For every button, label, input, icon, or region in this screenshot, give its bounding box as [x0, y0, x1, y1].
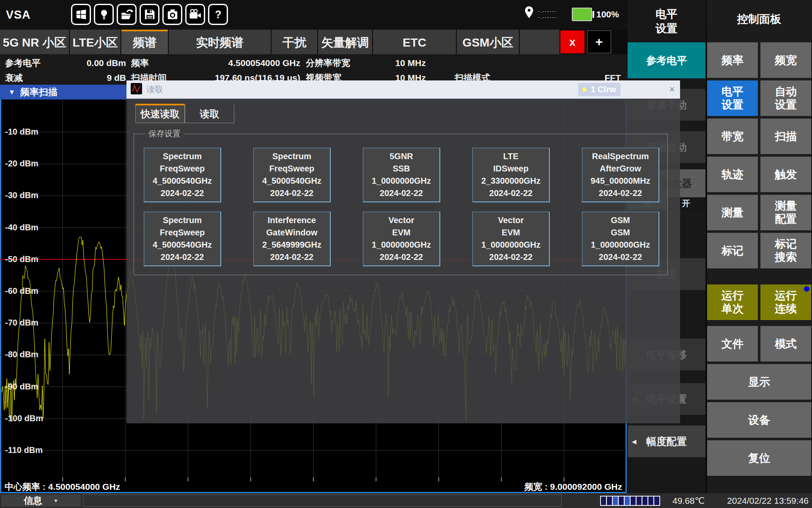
tab-矢量解调[interactable]: 矢量解调 [318, 30, 372, 54]
preset-line: 1_0000000GHz [372, 239, 431, 251]
ctrl-button-触发[interactable]: 触发 [760, 157, 811, 192]
plot-footer: 中心频率 : 4.500054000 GHz 频宽 : 9.000092000 … [1, 481, 625, 492]
preset-line: IDSweep [493, 163, 528, 175]
ctrl-button-测量[interactable]: 测量 [707, 195, 758, 230]
preset-line: 2024-02-22 [380, 187, 423, 199]
preset-button-GSM[interactable]: GSMGSM1_0000000GHz2024-02-22 [582, 212, 659, 266]
preset-button-LTE[interactable]: LTEIDSweep2_3300000GHz2024-02-22 [472, 148, 550, 202]
tab-close-button[interactable]: x [560, 30, 584, 53]
dialog-title: 读取 [146, 84, 163, 95]
ctrl-button-显示[interactable]: 显示 [707, 364, 811, 400]
ctrl-button-测量配置[interactable]: 测量 配置 [760, 195, 811, 230]
progress-segment [654, 497, 659, 505]
camera-button[interactable] [162, 4, 182, 25]
y-axis-label: -10 dBm [5, 127, 38, 137]
vsa-app-window: VSA ? -.------ -.------ 100% 5G NR 小区LTE… [0, 0, 812, 508]
tab-add-button[interactable]: + [587, 30, 611, 53]
center-frequency-readout: 中心频率 : 4.500054000 GHz [5, 481, 120, 493]
video-button[interactable] [185, 4, 205, 25]
tab-LTE小区[interactable]: LTE小区 [70, 30, 121, 54]
saved-settings-label: 保存设置 [145, 128, 184, 139]
video-icon [189, 8, 202, 21]
tab-GSM小区[interactable]: GSM小区 [457, 30, 519, 54]
level-button-幅度配置[interactable]: 幅度配置◀ [628, 425, 705, 457]
preset-button-Interference[interactable]: InterferenceGateWindow2_5649999GHz2024-0… [253, 212, 331, 266]
message-area [83, 494, 562, 507]
ctrl-button-运行单次[interactable]: 运行 单次 [707, 284, 758, 320]
open-icon [121, 8, 133, 21]
preset-line: FreqSweep [160, 163, 205, 175]
open-button[interactable] [117, 4, 137, 25]
dialog-tab-读取[interactable]: 读取 [185, 104, 234, 123]
progress-segment [619, 497, 624, 505]
tab-频谱[interactable]: 频谱 [121, 30, 168, 54]
preset-button-RealSpectrum[interactable]: RealSpectrumAfterGrow945_00000MHz2024-02… [582, 148, 659, 202]
setting-value: 9 dB [107, 73, 126, 83]
read-dialog-titlebar[interactable]: 读取 1 Clrw × [126, 80, 680, 99]
y-axis-label: -50 dBm [5, 254, 38, 264]
preset-line: EVM [392, 226, 410, 239]
setting-label: 频率 [131, 57, 149, 69]
preset-line: 4_5000540GHz [153, 239, 212, 251]
ctrl-button-频宽[interactable]: 频宽 [760, 42, 811, 78]
collapse-arrow-icon: ▼ [8, 88, 15, 96]
ctrl-button-带宽[interactable]: 带宽 [707, 119, 758, 154]
close-icon[interactable]: × [669, 83, 675, 95]
ctrl-button-复位[interactable]: 复位 [707, 440, 811, 476]
level-button-参考电平[interactable]: 参考电平 [628, 42, 705, 78]
setting-label: 分辨率带宽 [306, 57, 350, 69]
setting-value: 0.00 dBm [87, 58, 126, 68]
ctrl-button-轨迹[interactable]: 轨迹 [707, 157, 758, 192]
ctrl-button-设备[interactable]: 设备 [707, 402, 811, 438]
progress-segment [648, 497, 653, 505]
dialog-tab-快速读取[interactable]: 快速读取 [135, 104, 185, 123]
preset-line: 2024-02-22 [161, 187, 204, 199]
ctrl-button-自动设置[interactable]: 自动 设置 [760, 80, 811, 116]
preset-line: EVM [502, 226, 520, 239]
bulb-button[interactable] [94, 4, 114, 25]
preset-line: 2_3300000GHz [481, 175, 540, 187]
tab-filler [520, 30, 560, 54]
preset-button-Vector[interactable]: VectorEVM1_0000000GHz2024-02-22 [472, 212, 550, 266]
y-axis-label: -110 dBm [5, 445, 43, 455]
ctrl-button-文件[interactable]: 文件 [707, 326, 758, 362]
measurement-tab-bar: 5G NR 小区LTE小区频谱实时频谱干扰矢量解调ETCGSM小区x+ [0, 30, 628, 54]
save-button[interactable] [140, 4, 159, 25]
preset-line: FreqSweep [160, 226, 205, 239]
y-axis-label: -90 dBm [5, 382, 38, 392]
info-dropdown[interactable]: 信息 ▼ [1, 494, 81, 507]
preset-line: Spectrum [163, 214, 202, 226]
ctrl-button-频率[interactable]: 频率 [707, 42, 758, 78]
preset-line: 1_0000000GHz [481, 239, 540, 251]
preset-line: 2024-02-22 [599, 187, 642, 199]
preset-button-Spectrum[interactable]: SpectrumFreqSweep4_5000540GHz2024-02-22 [144, 148, 221, 202]
level-panel-title: 电平 设置 [628, 3, 705, 40]
tab-干扰[interactable]: 干扰 [272, 30, 317, 54]
ctrl-button-电平设置[interactable]: 电平 设置 [707, 80, 758, 116]
help-button[interactable]: ? [208, 4, 228, 25]
preset-line: AfterGrow [600, 163, 641, 175]
y-axis-label: -30 dBm [5, 190, 38, 200]
y-axis-label: -100 dBm [5, 414, 43, 423]
preset-button-Spectrum[interactable]: SpectrumFreqSweep4_5000540GHz2024-02-22 [144, 212, 221, 266]
datetime-readout: 2024/02/22 13:59:46 [702, 496, 809, 506]
ctrl-button-标记搜索[interactable]: 标记 搜索 [760, 233, 811, 268]
tab-5G NR 小区[interactable]: 5G NR 小区 [0, 30, 69, 54]
battery-nub [593, 11, 594, 18]
tab-ETC[interactable]: ETC [373, 30, 456, 54]
windows-button[interactable] [71, 4, 91, 25]
help-icon: ? [212, 8, 225, 21]
tab-实时频谱[interactable]: 实时频谱 [169, 30, 271, 54]
preset-button-Vector[interactable]: VectorEVM1_0000000GHz2024-02-22 [363, 212, 440, 266]
svg-text:?: ? [215, 8, 221, 20]
bulb-icon [98, 8, 110, 21]
progress-segment [613, 497, 618, 505]
ctrl-button-模式[interactable]: 模式 [760, 326, 811, 362]
ctrl-button-扫描[interactable]: 扫描 [760, 119, 811, 154]
plot-title: 频率扫描 [20, 86, 58, 99]
ctrl-button-标记[interactable]: 标记 [707, 233, 758, 268]
ctrl-button-运行连续[interactable]: 运行 连续 [760, 284, 811, 320]
preset-button-5GNR[interactable]: 5GNRSSB1_0000000GHz2024-02-22 [363, 148, 440, 202]
preset-button-Spectrum[interactable]: SpectrumFreqSweep4_5000540GHz2024-02-22 [253, 148, 331, 202]
preset-line: GSM [611, 214, 630, 226]
